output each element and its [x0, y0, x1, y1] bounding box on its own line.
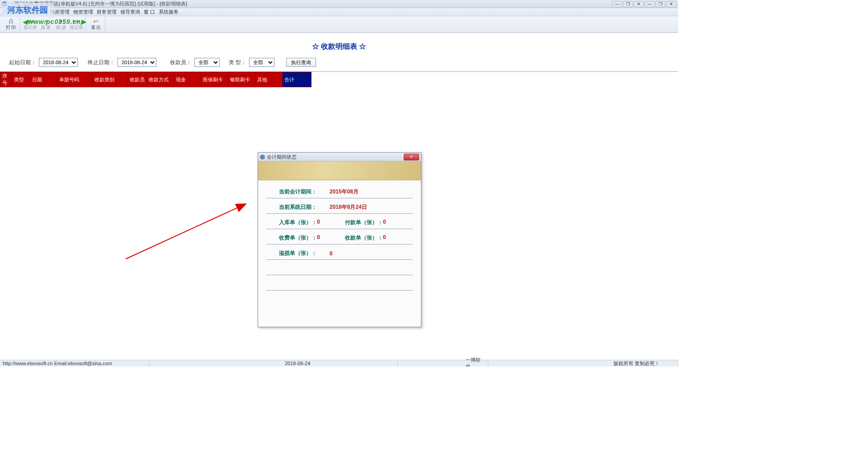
pay-label: 付款单（张）：: [340, 219, 383, 226]
menubar: 门诊管理 住院管理 药房管理 物资管理 财务管理 领导查询 窗 口 系统服务: [0, 8, 678, 16]
col-unionpay[interactable]: 银联刷卡: [228, 72, 255, 87]
col-category[interactable]: 收款类别: [93, 72, 128, 87]
cashier-label: 收款员：: [170, 59, 192, 66]
status-url: http://www.eboosoft.cn Email:eboosoft@si…: [0, 360, 149, 367]
col-total[interactable]: 合计: [283, 72, 311, 87]
page-title: ☆ 收款明细表 ☆: [0, 42, 678, 52]
over-value: 0: [330, 250, 333, 257]
in-label: 入库单（张）：: [266, 219, 317, 226]
type-select[interactable]: 全部: [249, 58, 274, 67]
dialog-titlebar[interactable]: 会计期间状态 ✕: [258, 153, 421, 161]
toolbar: 打 印 ◀◀ 首记录 ◀ 后 退 ▶ 前 进 ▶▶ 尾记录 退 出 ◀www.p…: [0, 16, 678, 33]
dialog-close-button[interactable]: ✕: [404, 154, 419, 160]
end-date-input[interactable]: 2018-08-24: [118, 58, 156, 67]
menu-inpatient[interactable]: 住院管理: [26, 9, 46, 15]
col-seq[interactable]: 序号: [0, 72, 12, 87]
child-restore-button[interactable]: ❐: [656, 1, 665, 7]
print-button[interactable]: 打 印: [4, 17, 18, 32]
fee-value: 0: [317, 234, 320, 242]
svg-line-0: [126, 204, 246, 259]
dialog-body: 当前会计期间： 2015年08月 当前系统日期： 2018年8月24日 入库单（…: [258, 180, 421, 327]
type-label: 类 型：: [229, 59, 246, 66]
table-area: 序号 类型 日期 单据号码 收款类别 收款员 收款方式 现金 医保刷卡 银联刷卡…: [0, 71, 678, 87]
window-title: 一博门诊收费管理系统(单机版V4.6) [充州市一博为民医院] [试用版] - …: [9, 0, 612, 7]
data-grid: 序号 类型 日期 单据号码 收款类别 收款员 收款方式 现金 医保刷卡 银联刷卡…: [0, 72, 311, 87]
col-cashier[interactable]: 收款员: [128, 72, 147, 87]
fee-label: 收费单（张）：: [266, 234, 317, 242]
period-label: 当前会计期间：: [266, 188, 330, 196]
menu-finance[interactable]: 财务管理: [97, 9, 117, 15]
over-label: 溢损单（张）：: [266, 249, 330, 257]
exit-label: 退 出: [91, 24, 101, 31]
cashier-select[interactable]: 全部: [194, 58, 220, 67]
sysdate-value: 2018年8月24日: [330, 203, 367, 211]
accounting-period-dialog: 会计期间状态 ✕ 当前会计期间： 2015年08月 当前系统日期： 2018年8…: [258, 152, 421, 327]
printer-icon: [7, 18, 14, 24]
window-titlebar: 一博门诊收费管理系统(单机版V4.6) [充州市一博为民医院] [试用版] - …: [0, 0, 678, 8]
in-value: 0: [317, 219, 320, 226]
recv-label: 收款单（张）：: [340, 234, 383, 242]
start-date-input[interactable]: 2018-08-24: [39, 58, 78, 67]
dialog-icon: [260, 155, 265, 160]
menu-leader-query[interactable]: 领导查询: [120, 9, 140, 15]
col-other[interactable]: 其他: [255, 72, 283, 87]
menu-materials[interactable]: 物资管理: [73, 9, 93, 15]
menu-system[interactable]: 系统服务: [159, 9, 179, 15]
status-date: 2018-08-24: [149, 360, 398, 367]
sysdate-label: 当前系统日期：: [266, 203, 330, 211]
child-close-button[interactable]: ✕: [666, 1, 676, 7]
restore-button[interactable]: ❐: [623, 1, 633, 7]
annotation-arrow: [123, 200, 254, 263]
col-medins[interactable]: 医保刷卡: [201, 72, 228, 87]
period-value: 2015年08月: [330, 188, 359, 196]
exit-button[interactable]: 退 出: [89, 17, 103, 32]
col-date[interactable]: 日期: [30, 72, 57, 87]
dialog-banner: [258, 161, 421, 180]
dialog-title: 会计期间状态: [267, 154, 404, 160]
menu-outpatient[interactable]: 门诊管理: [3, 9, 23, 15]
col-cash[interactable]: 现金: [174, 72, 201, 87]
exit-icon: [92, 18, 99, 24]
app-icon: [2, 1, 7, 7]
end-date-label: 终止日期：: [88, 59, 115, 66]
col-paymethod[interactable]: 收款方式: [147, 72, 174, 87]
menu-window[interactable]: 窗 口: [144, 9, 155, 15]
content-area: ☆ 收款明细表 ☆ 起始日期： 2018-08-24 终止日期： 2018-08…: [0, 33, 678, 360]
close-button-main[interactable]: ✕: [634, 1, 644, 7]
menu-pharmacy[interactable]: 药房管理: [50, 9, 70, 15]
child-minimize-button[interactable]: —: [645, 1, 655, 7]
filter-row: 起始日期： 2018-08-24 终止日期： 2018-08-24 收款员： 全…: [0, 58, 678, 71]
statusbar: http://www.eboosoft.cn Email:eboosoft@si…: [0, 360, 678, 367]
pay-value: 0: [383, 219, 386, 226]
status-soft: 一博软件: [398, 360, 488, 367]
status-copy: 版权所有 复制必究！: [488, 360, 678, 367]
run-query-button[interactable]: 执行查询: [286, 58, 316, 67]
col-docno[interactable]: 单据号码: [57, 72, 93, 87]
col-type[interactable]: 类型: [12, 72, 30, 87]
start-date-label: 起始日期：: [9, 59, 36, 66]
recv-value: 0: [383, 234, 386, 242]
watermark-url: ◀www.pc0359.cn▶: [23, 18, 86, 25]
minimize-button[interactable]: —: [612, 1, 622, 7]
print-label: 打 印: [6, 24, 16, 31]
